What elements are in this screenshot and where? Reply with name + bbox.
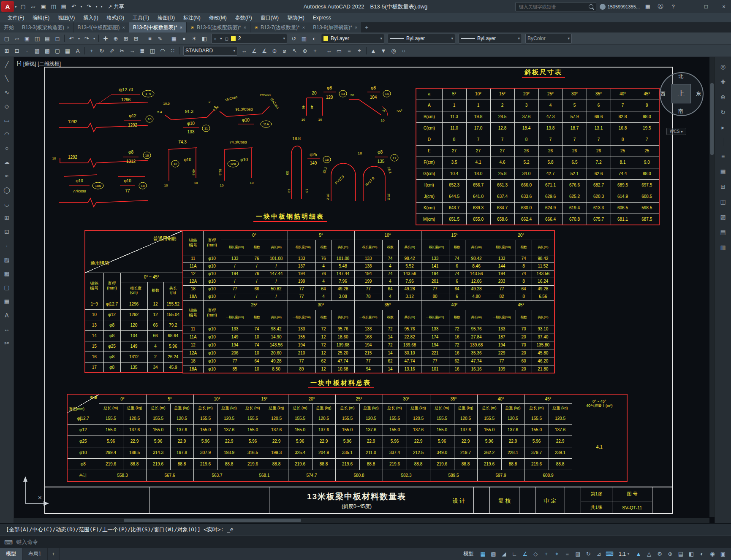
draworder-front-icon[interactable]: ▲ — [369, 46, 378, 55]
trim-icon[interactable]: ✂ — [117, 46, 127, 55]
menu-item[interactable]: 修改(M) — [205, 13, 231, 22]
file-tab[interactable]: B13-3(板梁构造图)× — [18, 22, 73, 32]
menu-item[interactable]: 格式(O) — [103, 13, 128, 22]
circle-icon[interactable]: ○ — [2, 144, 11, 152]
distance-icon[interactable]: ↔ — [324, 46, 334, 55]
ortho-mode-icon[interactable]: ∟ — [510, 550, 519, 558]
point-icon[interactable]: · — [22, 46, 32, 55]
redo-icon[interactable]: ↷ — [82, 34, 91, 43]
menu-item[interactable]: 插入(I) — [79, 13, 102, 22]
dimension-icon[interactable]: ↔ — [2, 325, 11, 333]
region-icon[interactable]: ▢ — [53, 46, 62, 55]
properties-palette-icon[interactable]: ≡ — [718, 151, 728, 161]
selection-cycling-icon[interactable]: ↻ — [584, 550, 593, 558]
help-search-box[interactable] — [515, 2, 596, 11]
new-layout-button[interactable]: + — [48, 548, 60, 560]
tab-close-icon[interactable]: × — [244, 25, 246, 30]
compass-south-label[interactable]: 南 — [677, 108, 685, 115]
qat-redo-arrow-icon[interactable]: ▾ — [95, 2, 99, 11]
erase-icon[interactable]: ✂ — [2, 339, 11, 347]
blocks-palette-icon[interactable]: ⊞ — [718, 182, 728, 191]
ucs-selector[interactable]: WCS ▾ — [666, 128, 686, 135]
drawing-canvas[interactable]: ╱╲∿◇▭◠○☁≈◯◡⊞⊡·▨▩▢▦A↔✂ [-] [俯视] [二维线框] φj… — [0, 57, 731, 523]
dim-linear-icon[interactable]: ↔ — [239, 46, 249, 55]
menu-item[interactable]: 帮助(H) — [283, 13, 309, 22]
sheetset-palette-icon[interactable]: ▤ — [718, 227, 728, 237]
layer-freeze-icon[interactable]: ✶ — [190, 34, 199, 43]
plot-icon[interactable]: ▤ — [43, 34, 52, 43]
point-icon[interactable]: · — [2, 241, 11, 250]
file-tab[interactable]: ☀B13-6(边板配筋图)*× — [187, 22, 250, 32]
tab-close-icon[interactable]: × — [122, 25, 125, 30]
layer-states-icon[interactable]: ▥ — [299, 34, 309, 43]
fillet-icon[interactable]: ◠ — [158, 46, 167, 55]
zoom-window-icon[interactable]: ⊞ — [121, 34, 130, 43]
signed-in-user[interactable]: 15059991355... — [600, 4, 640, 10]
tolerance-icon[interactable]: ⊕ — [300, 46, 310, 55]
hatch-palette-icon[interactable]: ▨ — [718, 212, 728, 222]
maximize-button[interactable]: □ — [699, 0, 713, 13]
polyline-icon[interactable]: ∿ — [2, 88, 11, 97]
layer-on-icon[interactable]: ● — [179, 34, 189, 43]
dim-radius-icon[interactable]: ⊙ — [270, 46, 279, 55]
search-input[interactable] — [518, 4, 586, 10]
lineweight-display-icon[interactable]: ≡ — [563, 550, 572, 558]
dim-aligned-icon[interactable]: ∠ — [250, 46, 259, 55]
text-style-dropdown[interactable]: STANDARD ▾ — [183, 46, 237, 56]
file-tab[interactable]: B13-5(中板数量表)*× — [129, 22, 186, 32]
orbit-icon[interactable]: ↻ — [718, 108, 728, 117]
lineweight-dropdown[interactable]: ByLayer ▾ — [459, 34, 522, 43]
arc-icon[interactable]: ◠ — [2, 130, 11, 138]
ellipse-arc-icon[interactable]: ◡ — [2, 200, 11, 208]
annotation-monitor-icon[interactable]: ⊕ — [666, 550, 675, 558]
file-tab[interactable]: 开始 — [0, 22, 18, 32]
mtext-icon[interactable]: A — [2, 311, 11, 319]
model-tab[interactable]: 模型 — [0, 548, 22, 560]
area-icon[interactable]: ▭ — [334, 46, 344, 55]
layer-previous-icon[interactable]: ↺ — [289, 34, 299, 43]
quick-properties-icon[interactable]: ▤ — [676, 550, 685, 558]
layer-properties-icon[interactable]: ▦ — [169, 34, 179, 43]
undo-icon[interactable]: ↶ — [67, 34, 76, 43]
array-icon[interactable]: ∷ — [168, 46, 177, 55]
pan-icon[interactable]: ✚ — [101, 34, 110, 43]
autoscale-icon[interactable]: △ — [644, 550, 654, 558]
qat-more-icon[interactable]: ▾ — [100, 2, 104, 11]
compass-east-label[interactable]: 东 — [694, 90, 703, 97]
search-icon[interactable] — [589, 4, 593, 9]
zoom-previous-icon[interactable]: ⊟ — [131, 34, 141, 43]
isometric-drafting-icon[interactable]: ◇ — [531, 550, 540, 558]
qat-new-icon[interactable]: ▢ — [19, 2, 28, 11]
annotation-scale-button[interactable]: 1:1▾ — [615, 550, 633, 558]
object-snap-icon[interactable]: ⌖ — [552, 550, 561, 558]
object-snap-tracking-icon[interactable]: + — [541, 550, 551, 558]
viewcube-top-face[interactable]: 上 — [671, 84, 691, 103]
menu-item[interactable]: 参数(P) — [231, 13, 256, 22]
gradient-icon[interactable]: ▩ — [2, 269, 11, 278]
full-navigation-icon[interactable]: ◎ — [718, 62, 728, 71]
qat-undo-arrow-icon[interactable]: ▾ — [79, 2, 84, 11]
center-mark-icon[interactable]: + — [310, 46, 320, 55]
insert-block-icon[interactable]: ⊞ — [2, 46, 11, 55]
rectangle-icon[interactable]: ▭ — [2, 116, 11, 124]
list-icon[interactable]: ≡ — [345, 46, 354, 55]
qat-undo-icon[interactable]: ↶ — [69, 2, 79, 11]
menu-item[interactable]: 工具(T) — [128, 13, 153, 22]
minimize-button[interactable]: – — [681, 0, 696, 13]
leader-icon[interactable]: ↖ — [290, 46, 299, 55]
plotstyle-dropdown[interactable]: ByColor ▾ — [525, 34, 572, 43]
snap-mode-icon[interactable]: ▩ — [489, 550, 498, 558]
menu-item[interactable]: Express — [309, 13, 335, 22]
layers-palette-icon[interactable]: ▦ — [718, 167, 728, 176]
region-icon[interactable]: ▢ — [2, 283, 11, 292]
viewport-view-control[interactable]: [俯视] — [23, 60, 36, 68]
new-file-icon[interactable]: ▢ — [2, 34, 11, 43]
hatch-icon[interactable]: ▨ — [33, 46, 42, 55]
layer-dropdown[interactable]: ☼ ✶ ◻ 2 ▾ — [211, 34, 287, 43]
share-button[interactable]: ↗ 共享 — [108, 3, 124, 10]
annotation-visibility-icon[interactable]: ▲ — [634, 550, 643, 558]
menu-item[interactable]: 窗口(W) — [256, 13, 283, 22]
insert-block-icon[interactable]: ⊞ — [2, 214, 11, 222]
hatch-icon[interactable]: ▨ — [2, 255, 11, 264]
layout1-tab[interactable]: 布局1 — [22, 548, 48, 560]
